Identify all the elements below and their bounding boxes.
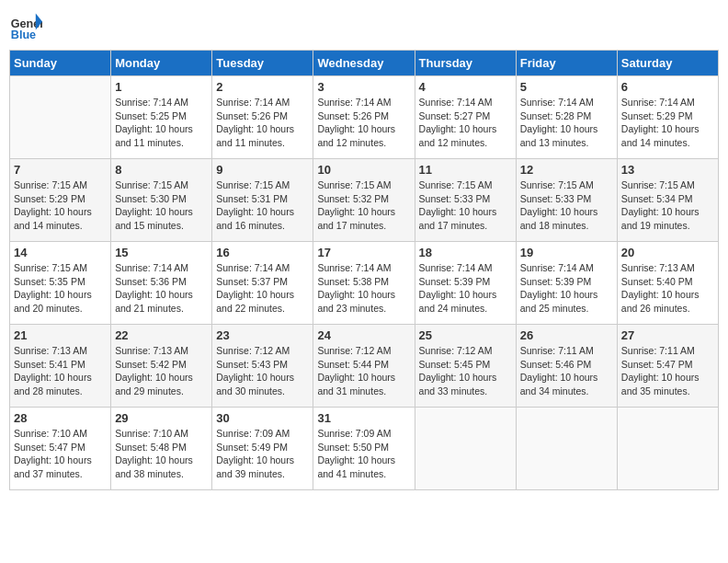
day-info: Sunrise: 7:15 AM Sunset: 5:29 PM Dayligh… bbox=[14, 178, 107, 233]
day-number: 16 bbox=[216, 246, 309, 259]
day-number: 28 bbox=[14, 411, 107, 425]
calendar-cell: 2Sunrise: 7:14 AM Sunset: 5:26 PM Daylig… bbox=[212, 76, 313, 159]
col-wednesday: Wednesday bbox=[313, 51, 415, 76]
day-number: 12 bbox=[520, 163, 613, 177]
day-number: 21 bbox=[14, 328, 107, 342]
day-number: 26 bbox=[520, 328, 613, 342]
day-number: 7 bbox=[14, 163, 107, 177]
day-number: 23 bbox=[216, 328, 309, 342]
day-info: Sunrise: 7:15 AM Sunset: 5:33 PM Dayligh… bbox=[419, 178, 512, 233]
header-row: Sunday Monday Tuesday Wednesday Thursday… bbox=[10, 51, 719, 76]
col-saturday: Saturday bbox=[617, 51, 718, 76]
day-number: 27 bbox=[621, 328, 714, 342]
day-info: Sunrise: 7:10 AM Sunset: 5:47 PM Dayligh… bbox=[14, 427, 107, 481]
calendar-cell: 11Sunrise: 7:15 AM Sunset: 5:33 PM Dayli… bbox=[415, 159, 516, 242]
calendar-cell: 15Sunrise: 7:14 AM Sunset: 5:36 PM Dayli… bbox=[111, 242, 212, 325]
calendar-cell: 22Sunrise: 7:13 AM Sunset: 5:42 PM Dayli… bbox=[111, 325, 212, 408]
col-sunday: Sunday bbox=[10, 51, 111, 76]
calendar-cell: 26Sunrise: 7:11 AM Sunset: 5:46 PM Dayli… bbox=[516, 325, 617, 408]
calendar-cell: 19Sunrise: 7:14 AM Sunset: 5:39 PM Dayli… bbox=[516, 242, 617, 325]
day-info: Sunrise: 7:11 AM Sunset: 5:46 PM Dayligh… bbox=[520, 344, 613, 398]
day-info: Sunrise: 7:14 AM Sunset: 5:39 PM Dayligh… bbox=[419, 261, 512, 316]
day-number: 22 bbox=[115, 328, 208, 342]
calendar-cell: 18Sunrise: 7:14 AM Sunset: 5:39 PM Dayli… bbox=[415, 242, 516, 325]
day-info: Sunrise: 7:14 AM Sunset: 5:39 PM Dayligh… bbox=[520, 261, 613, 316]
day-info: Sunrise: 7:15 AM Sunset: 5:32 PM Dayligh… bbox=[317, 178, 410, 233]
calendar-cell: 23Sunrise: 7:12 AM Sunset: 5:43 PM Dayli… bbox=[212, 325, 313, 408]
calendar-cell: 7Sunrise: 7:15 AM Sunset: 5:29 PM Daylig… bbox=[10, 159, 111, 242]
day-info: Sunrise: 7:09 AM Sunset: 5:49 PM Dayligh… bbox=[216, 427, 309, 481]
day-number: 25 bbox=[419, 328, 512, 342]
day-info: Sunrise: 7:14 AM Sunset: 5:38 PM Dayligh… bbox=[317, 261, 410, 316]
day-number: 2 bbox=[216, 80, 309, 94]
col-tuesday: Tuesday bbox=[212, 51, 313, 76]
week-row-3: 14Sunrise: 7:15 AM Sunset: 5:35 PM Dayli… bbox=[10, 242, 719, 325]
day-info: Sunrise: 7:11 AM Sunset: 5:47 PM Dayligh… bbox=[621, 344, 714, 398]
week-row-4: 21Sunrise: 7:13 AM Sunset: 5:41 PM Dayli… bbox=[10, 325, 719, 408]
day-number: 3 bbox=[317, 80, 410, 94]
calendar-cell: 30Sunrise: 7:09 AM Sunset: 5:49 PM Dayli… bbox=[212, 408, 313, 490]
day-info: Sunrise: 7:13 AM Sunset: 5:41 PM Dayligh… bbox=[14, 344, 107, 398]
day-number: 10 bbox=[317, 163, 410, 177]
calendar-cell: 28Sunrise: 7:10 AM Sunset: 5:47 PM Dayli… bbox=[10, 408, 111, 490]
calendar-cell: 25Sunrise: 7:12 AM Sunset: 5:45 PM Dayli… bbox=[415, 325, 516, 408]
day-number: 13 bbox=[621, 163, 714, 177]
calendar-cell: 27Sunrise: 7:11 AM Sunset: 5:47 PM Dayli… bbox=[617, 325, 718, 408]
day-number: 29 bbox=[115, 411, 208, 425]
calendar-cell: 24Sunrise: 7:12 AM Sunset: 5:44 PM Dayli… bbox=[313, 325, 415, 408]
day-number: 8 bbox=[115, 163, 208, 177]
calendar-table: Sunday Monday Tuesday Wednesday Thursday… bbox=[9, 50, 719, 490]
day-number: 11 bbox=[419, 163, 512, 177]
day-info: Sunrise: 7:14 AM Sunset: 5:25 PM Dayligh… bbox=[115, 96, 208, 150]
day-info: Sunrise: 7:15 AM Sunset: 5:34 PM Dayligh… bbox=[621, 178, 714, 233]
day-info: Sunrise: 7:12 AM Sunset: 5:44 PM Dayligh… bbox=[317, 344, 410, 398]
day-info: Sunrise: 7:13 AM Sunset: 5:40 PM Dayligh… bbox=[621, 261, 714, 316]
calendar-cell: 4Sunrise: 7:14 AM Sunset: 5:27 PM Daylig… bbox=[415, 76, 516, 159]
day-number: 4 bbox=[419, 80, 512, 94]
calendar-cell: 29Sunrise: 7:10 AM Sunset: 5:48 PM Dayli… bbox=[111, 408, 212, 490]
calendar-cell: 6Sunrise: 7:14 AM Sunset: 5:29 PM Daylig… bbox=[617, 76, 718, 159]
calendar-cell: 8Sunrise: 7:15 AM Sunset: 5:30 PM Daylig… bbox=[111, 159, 212, 242]
day-number: 24 bbox=[317, 328, 410, 342]
logo: General Blue bbox=[9, 9, 46, 42]
week-row-1: 1Sunrise: 7:14 AM Sunset: 5:25 PM Daylig… bbox=[10, 76, 719, 159]
calendar-cell: 5Sunrise: 7:14 AM Sunset: 5:28 PM Daylig… bbox=[516, 76, 617, 159]
day-info: Sunrise: 7:14 AM Sunset: 5:26 PM Dayligh… bbox=[216, 96, 309, 150]
day-info: Sunrise: 7:12 AM Sunset: 5:45 PM Dayligh… bbox=[419, 344, 512, 398]
calendar-cell: 14Sunrise: 7:15 AM Sunset: 5:35 PM Dayli… bbox=[10, 242, 111, 325]
calendar-cell bbox=[516, 408, 617, 490]
calendar-cell: 17Sunrise: 7:14 AM Sunset: 5:38 PM Dayli… bbox=[313, 242, 415, 325]
svg-text:Blue: Blue bbox=[11, 29, 36, 41]
calendar-cell: 9Sunrise: 7:15 AM Sunset: 5:31 PM Daylig… bbox=[212, 159, 313, 242]
day-number: 18 bbox=[419, 246, 512, 259]
day-info: Sunrise: 7:14 AM Sunset: 5:28 PM Dayligh… bbox=[520, 96, 613, 150]
col-friday: Friday bbox=[516, 51, 617, 76]
day-number: 31 bbox=[317, 411, 410, 425]
calendar-cell: 13Sunrise: 7:15 AM Sunset: 5:34 PM Dayli… bbox=[617, 159, 718, 242]
day-info: Sunrise: 7:14 AM Sunset: 5:36 PM Dayligh… bbox=[115, 261, 208, 316]
calendar-cell bbox=[10, 76, 111, 159]
day-info: Sunrise: 7:12 AM Sunset: 5:43 PM Dayligh… bbox=[216, 344, 309, 398]
day-info: Sunrise: 7:15 AM Sunset: 5:31 PM Dayligh… bbox=[216, 178, 309, 233]
week-row-5: 28Sunrise: 7:10 AM Sunset: 5:47 PM Dayli… bbox=[10, 408, 719, 490]
calendar-cell bbox=[415, 408, 516, 490]
day-number: 5 bbox=[520, 80, 613, 94]
logo-icon: General Blue bbox=[9, 9, 42, 42]
day-info: Sunrise: 7:14 AM Sunset: 5:37 PM Dayligh… bbox=[216, 261, 309, 316]
col-thursday: Thursday bbox=[415, 51, 516, 76]
day-info: Sunrise: 7:15 AM Sunset: 5:35 PM Dayligh… bbox=[14, 261, 107, 316]
day-number: 14 bbox=[14, 246, 107, 259]
day-info: Sunrise: 7:14 AM Sunset: 5:29 PM Dayligh… bbox=[621, 96, 714, 150]
calendar-cell bbox=[617, 408, 718, 490]
calendar-cell: 12Sunrise: 7:15 AM Sunset: 5:33 PM Dayli… bbox=[516, 159, 617, 242]
calendar-cell: 16Sunrise: 7:14 AM Sunset: 5:37 PM Dayli… bbox=[212, 242, 313, 325]
day-number: 6 bbox=[621, 80, 714, 94]
calendar-cell: 3Sunrise: 7:14 AM Sunset: 5:26 PM Daylig… bbox=[313, 76, 415, 159]
day-number: 20 bbox=[621, 246, 714, 259]
calendar-cell: 31Sunrise: 7:09 AM Sunset: 5:50 PM Dayli… bbox=[313, 408, 415, 490]
day-number: 30 bbox=[216, 411, 309, 425]
day-number: 15 bbox=[115, 246, 208, 259]
day-info: Sunrise: 7:15 AM Sunset: 5:33 PM Dayligh… bbox=[520, 178, 613, 233]
calendar-cell: 21Sunrise: 7:13 AM Sunset: 5:41 PM Dayli… bbox=[10, 325, 111, 408]
page-header: General Blue bbox=[9, 9, 719, 42]
